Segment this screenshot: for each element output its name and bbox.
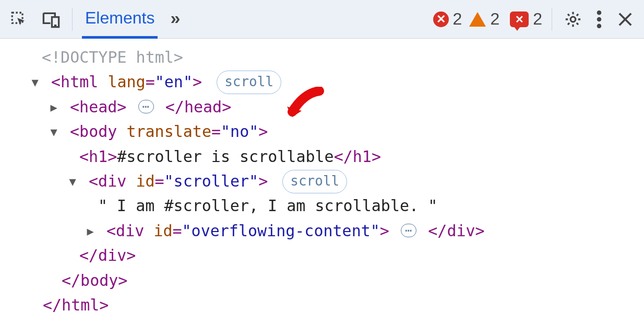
issue-icon: ✕	[510, 11, 529, 27]
ellipsis-expand[interactable]: ⋯	[138, 100, 154, 113]
tab-elements[interactable]: Elements	[82, 8, 158, 39]
issues-count: 2	[533, 9, 542, 29]
disclosure-expanded-icon[interactable]: ▼	[66, 173, 79, 191]
kebab-icon	[597, 10, 602, 28]
dom-line-body-open[interactable]: ▼ <body translate="no">	[5, 119, 639, 144]
warning-icon	[469, 12, 486, 27]
dom-line-doctype[interactable]: <!DOCTYPE html>	[5, 45, 639, 70]
inspect-icon	[10, 10, 28, 28]
warnings-counter[interactable]: 2	[469, 9, 499, 29]
dom-line-scroller-open[interactable]: ▼ <div id="scroller"> scroll	[5, 169, 639, 193]
devtools-toolbar: Elements » ✕ 2 2 ✕ 2	[0, 0, 644, 39]
svg-point-5	[597, 17, 602, 21]
gear-icon	[564, 10, 582, 29]
scroll-badge[interactable]: scroll	[217, 71, 281, 94]
issues-counter[interactable]: ✕ 2	[510, 9, 542, 29]
element-picker-button[interactable]	[7, 8, 30, 31]
errors-counter[interactable]: ✕ 2	[433, 9, 462, 29]
disclosure-collapsed-icon[interactable]: ▶	[47, 99, 61, 117]
svg-point-3	[570, 17, 576, 22]
dom-tree[interactable]: <!DOCTYPE html> ▼ <html lang="en"> scrol…	[0, 39, 644, 322]
dom-line-h1[interactable]: <h1>#scroller is scrollable</h1>	[5, 144, 639, 169]
dom-line-scroller-close[interactable]: </div>	[5, 243, 639, 268]
dom-line-overflowing[interactable]: ▶ <div id="overflowing-content"> ⋯ </div…	[5, 218, 639, 243]
dom-line-text-node[interactable]: " I am #scroller, I am scrollable. "	[5, 193, 639, 218]
disclosure-expanded-icon[interactable]: ▼	[47, 123, 61, 142]
errors-count: 2	[453, 9, 462, 29]
doctype-text: <!DOCTYPE html>	[42, 48, 183, 66]
toolbar-separator	[72, 8, 73, 31]
warnings-count: 2	[490, 9, 499, 29]
more-tabs-button[interactable]: »	[170, 8, 180, 28]
disclosure-expanded-icon[interactable]: ▼	[28, 74, 42, 92]
scroll-badge[interactable]: scroll	[282, 170, 347, 193]
dom-line-html-open[interactable]: ▼ <html lang="en"> scroll	[5, 70, 639, 94]
device-mode-button[interactable]	[40, 8, 63, 31]
dom-line-head[interactable]: ▶ <head> ⋯ </head>	[5, 95, 639, 119]
toolbar-left-group	[7, 8, 63, 31]
svg-point-6	[597, 24, 602, 28]
ellipsis-expand[interactable]: ⋯	[401, 224, 416, 237]
close-devtools-button[interactable]	[614, 8, 637, 31]
toolbar-separator	[552, 8, 552, 31]
more-options-button[interactable]	[588, 8, 611, 31]
error-icon: ✕	[433, 11, 449, 27]
svg-point-4	[597, 10, 602, 15]
dom-line-html-close[interactable]: </html>	[5, 293, 639, 317]
settings-button[interactable]	[562, 8, 585, 31]
disclosure-collapsed-icon[interactable]: ▶	[84, 223, 97, 241]
dom-line-body-close[interactable]: </body>	[5, 268, 639, 293]
devices-icon	[41, 10, 61, 28]
close-icon	[618, 12, 633, 27]
